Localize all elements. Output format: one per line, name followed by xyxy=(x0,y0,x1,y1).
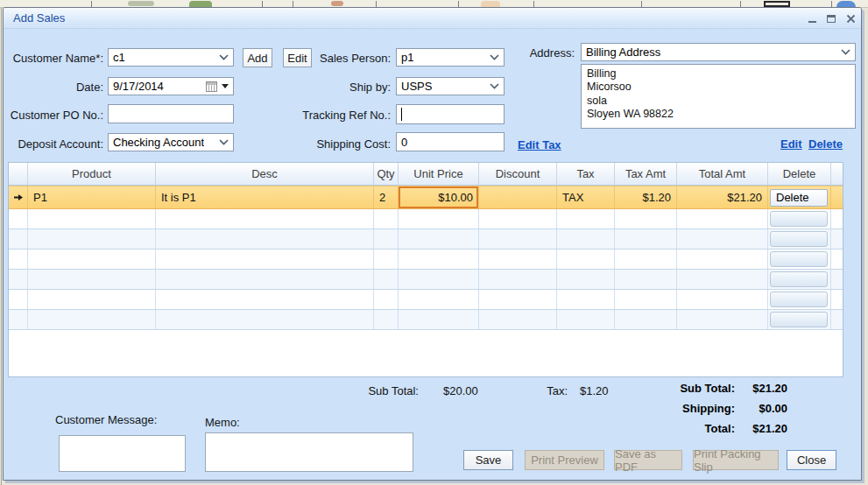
toolbar-icon-fragment xyxy=(481,1,500,7)
delete-row-button[interactable]: Delete xyxy=(770,189,828,207)
empty-cell xyxy=(479,290,557,309)
grid-header-row: Product Desc Qty Unit Price Discount Tax… xyxy=(9,163,843,186)
customer-name-select[interactable]: c1 xyxy=(108,48,234,67)
empty-cell xyxy=(479,270,557,289)
empty-cell xyxy=(615,310,677,329)
ship-by-label: Ship by: xyxy=(293,81,391,94)
grid-header-unit-price[interactable]: Unit Price xyxy=(399,163,479,185)
empty-cell xyxy=(28,250,156,269)
grid-header-total-amt[interactable]: Total Amt xyxy=(677,163,768,185)
shipping-cost-input[interactable]: 0 xyxy=(396,132,505,151)
empty-cell xyxy=(615,270,677,289)
empty-cell xyxy=(831,270,843,289)
deposit-account-select[interactable]: Checking Account xyxy=(108,133,234,151)
empty-cell xyxy=(677,229,768,249)
ship-by-select[interactable]: USPS xyxy=(396,77,505,95)
tracking-ref-input[interactable] xyxy=(396,104,505,124)
empty-cell xyxy=(615,209,677,228)
empty-cell xyxy=(557,229,615,249)
cell-desc[interactable]: It is P1 xyxy=(156,186,374,208)
empty-cell xyxy=(156,310,374,329)
close-icon[interactable] xyxy=(844,13,857,25)
chevron-down-icon xyxy=(841,49,850,55)
grid-header-tax[interactable]: Tax xyxy=(557,163,615,185)
grid-header-product[interactable]: Product xyxy=(28,163,156,185)
chevron-down-icon xyxy=(219,139,229,145)
cell-product[interactable]: P1 xyxy=(28,186,156,208)
summary-subtotal-row: Sub Total: $21.20 xyxy=(665,382,787,395)
toolbar-icon-fragment xyxy=(189,1,212,7)
delete-row-button[interactable] xyxy=(770,312,828,327)
address-edit-link[interactable]: Edit xyxy=(780,137,802,151)
delete-row-button[interactable] xyxy=(770,271,828,287)
edit-tax-link[interactable]: Edit Tax xyxy=(518,138,561,151)
empty-cell xyxy=(831,209,843,228)
sales-person-value: p1 xyxy=(401,51,413,64)
address-type-value: Billing Address xyxy=(586,46,660,59)
empty-grid-row xyxy=(9,250,843,270)
toolbar-icon-fragment xyxy=(331,1,343,6)
delete-row-button[interactable] xyxy=(770,211,828,227)
grid-header-discount[interactable]: Discount xyxy=(479,163,557,185)
tracking-ref-label: Tracking Ref No.: xyxy=(293,109,391,122)
address-text-box[interactable]: Billing Micorsoo sola Sloyen WA 98822 xyxy=(581,64,856,129)
date-picker[interactable]: 9/17/2014 xyxy=(108,77,234,95)
cell-discount[interactable] xyxy=(479,186,557,208)
delete-row-button[interactable] xyxy=(770,251,828,267)
toolbar-icon-fragment xyxy=(836,1,856,7)
save-button[interactable]: Save xyxy=(463,450,513,470)
empty-cell xyxy=(374,310,399,329)
cell-tax-amt[interactable]: $1.20 xyxy=(615,186,677,208)
row-selector-cell[interactable] xyxy=(9,186,28,208)
cell-tax[interactable]: TAX xyxy=(557,186,615,208)
summary-total-row: Total: $21.20 xyxy=(665,422,787,435)
maximize-icon[interactable] xyxy=(825,13,837,25)
empty-cell xyxy=(156,229,374,249)
print-preview-button[interactable]: Print Preview xyxy=(525,450,604,470)
customer-message-label: Customer Message: xyxy=(55,413,157,426)
grid-header-desc[interactable]: Desc xyxy=(156,163,374,185)
empty-cell xyxy=(399,229,479,249)
sales-person-label: Sales Person: xyxy=(293,52,391,65)
address-type-select[interactable]: Billing Address xyxy=(581,43,856,61)
empty-cell xyxy=(28,290,156,309)
empty-cell xyxy=(768,209,831,228)
subtotal-value: $20.00 xyxy=(443,384,478,397)
memo-textarea[interactable] xyxy=(205,432,413,472)
address-delete-link[interactable]: Delete xyxy=(808,137,843,151)
empty-cell xyxy=(615,229,677,249)
customer-po-label: Customer PO No.: xyxy=(4,109,103,122)
shipping-cost-label: Shipping Cost: xyxy=(293,137,391,151)
toolbar-icon-fragment xyxy=(128,1,154,6)
empty-grid-row xyxy=(9,270,843,290)
empty-cell xyxy=(399,290,479,309)
add-customer-button[interactable]: Add xyxy=(243,48,272,67)
memo-label: Memo: xyxy=(205,416,240,429)
customer-name-label: Customer Name*: xyxy=(4,52,103,65)
grid-header-tax-amt[interactable]: Tax Amt xyxy=(615,163,677,185)
text-caret xyxy=(401,108,402,121)
cell-total-amt[interactable]: $21.20 xyxy=(677,186,768,208)
grid-header-selector xyxy=(9,163,28,185)
save-as-pdf-button[interactable]: Save as PDF xyxy=(614,450,682,470)
cell-qty[interactable]: 2 xyxy=(374,186,399,208)
close-button[interactable]: Close xyxy=(787,450,836,470)
grid-header-delete[interactable]: Delete xyxy=(768,163,831,185)
empty-cell xyxy=(768,229,831,249)
empty-cell xyxy=(156,250,374,269)
cell-unit-price[interactable]: $10.00 xyxy=(399,186,479,208)
customer-message-textarea[interactable] xyxy=(59,435,186,472)
deposit-account-label: Deposit Account: xyxy=(4,137,103,151)
minimize-icon[interactable] xyxy=(806,13,818,25)
empty-cell xyxy=(768,290,831,309)
subtotal-label: Sub Total: xyxy=(336,384,419,397)
empty-cell xyxy=(831,290,843,309)
grid-header-qty[interactable]: Qty xyxy=(374,163,399,185)
empty-cell xyxy=(28,209,156,228)
row-selector-cell xyxy=(9,229,28,249)
delete-row-button[interactable] xyxy=(770,292,828,307)
summary-shipping-value: $0.00 xyxy=(745,402,787,415)
print-packing-slip-button[interactable]: Print Packing Slip xyxy=(693,450,779,470)
customer-po-input[interactable] xyxy=(108,104,234,123)
delete-row-button[interactable] xyxy=(770,231,828,247)
